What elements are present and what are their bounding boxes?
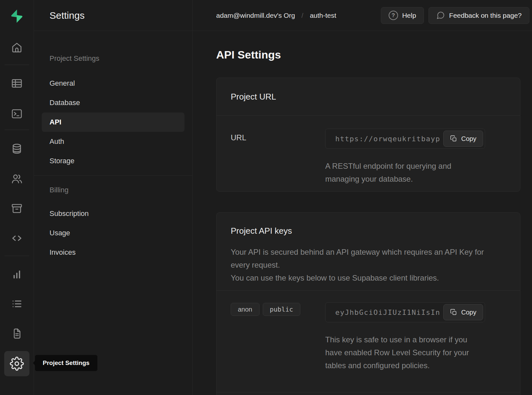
- api-keys-intro: Your API is secured behind an API gatewa…: [231, 246, 496, 284]
- reports-icon[interactable]: [10, 267, 24, 281]
- app-window: Settings Project Settings General Databa…: [0, 0, 532, 395]
- project-url-value: https://orwqeukritbayp: [335, 135, 440, 143]
- api-settings-page: API Settings Project URL URL https://orw…: [193, 31, 532, 395]
- help-button-label: Help: [402, 12, 416, 19]
- copy-icon: [450, 135, 457, 142]
- breadcrumb-separator: /: [302, 12, 304, 19]
- sidebar-item-api[interactable]: API: [42, 112, 184, 132]
- sidebar-item-storage[interactable]: Storage: [42, 151, 184, 171]
- url-row-value: https://orwqeukritbayp Copy A RESTful en…: [325, 129, 485, 186]
- edge-functions-icon[interactable]: [10, 231, 24, 245]
- rail-divider: [5, 130, 29, 130]
- url-row: URL https://orwqeukritbayp Copy: [216, 116, 520, 191]
- public-badge: public: [263, 303, 300, 316]
- sql-editor-icon[interactable]: [10, 107, 24, 121]
- api-keys-card-title: Project API keys: [231, 226, 506, 236]
- next-key-section: [216, 392, 520, 395]
- rail-divider: [5, 65, 29, 65]
- anon-key-row: anon public eyJhbGciOiJIUzI1NiIsIn: [216, 291, 520, 392]
- sidebar-title: Settings: [50, 10, 84, 21]
- anon-badge: anon: [231, 303, 260, 316]
- copy-anon-key-button[interactable]: Copy: [443, 304, 483, 320]
- sidebar-header: Settings: [34, 0, 192, 31]
- anon-key-value: eyJhbGciOiJIUzI1NiIsIn: [335, 308, 440, 316]
- feedback-button[interactable]: Feedback on this page?: [428, 7, 529, 24]
- project-url-field[interactable]: https://orwqeukritbayp Copy: [325, 129, 485, 149]
- project-url-card-title: Project URL: [231, 91, 506, 102]
- sidebar-item-general[interactable]: General: [42, 74, 184, 93]
- sidebar-item-invoices[interactable]: Invoices: [42, 243, 184, 262]
- nav-list-billing: Subscription Usage Invoices: [42, 204, 184, 262]
- url-description: A RESTful endpoint for querying and mana…: [325, 160, 477, 186]
- breadcrumb-org[interactable]: adam@windmill.dev's Org: [216, 12, 295, 19]
- speech-bubble-icon: [436, 11, 445, 20]
- sidebar-item-database[interactable]: Database: [42, 93, 184, 112]
- api-keys-intro-line2: You can use the keys below to use Supaba…: [231, 272, 496, 284]
- anon-key-field[interactable]: eyJhbGciOiJIUzI1NiIsIn Copy: [325, 302, 485, 322]
- copy-anon-key-label: Copy: [461, 309, 476, 316]
- project-url-card-header: Project URL: [216, 78, 520, 116]
- storage-icon[interactable]: [10, 201, 24, 216]
- url-row-left: URL: [231, 129, 325, 186]
- help-question-icon: ?: [389, 11, 398, 20]
- rail-divider: [5, 256, 29, 256]
- anon-key-description: This key is safe to use in a browser if …: [325, 333, 485, 372]
- logs-icon[interactable]: [10, 297, 24, 311]
- api-keys-intro-line1: Your API is secured behind an API gatewa…: [231, 246, 496, 272]
- project-url-card: Project URL URL https://orwqeukritbayp: [216, 78, 520, 192]
- section-heading-billing: Billing: [42, 185, 184, 195]
- breadcrumb-project[interactable]: auth-test: [310, 12, 336, 19]
- home-icon[interactable]: [10, 40, 24, 55]
- sidebar-item-auth[interactable]: Auth: [42, 132, 184, 151]
- page-title: API Settings: [216, 48, 532, 61]
- table-editor-icon[interactable]: [10, 76, 24, 91]
- api-keys-card-header: Project API keys Your API is secured beh…: [216, 213, 520, 291]
- nav-list-project-settings: General Database API Auth Storage: [42, 74, 184, 171]
- top-header: adam@windmill.dev's Org / auth-test ? He…: [193, 0, 532, 31]
- section-heading-project-settings: Project Settings: [42, 54, 184, 63]
- copy-url-label: Copy: [461, 135, 476, 143]
- supabase-logo-icon[interactable]: [9, 8, 25, 24]
- icon-rail: [0, 0, 34, 395]
- help-button[interactable]: ? Help: [381, 7, 424, 24]
- header-buttons: ? Help Feedback on this page?: [381, 7, 529, 24]
- anon-key-value-col: eyJhbGciOiJIUzI1NiIsIn Copy This key is …: [325, 302, 485, 372]
- project-api-keys-card: Project API keys Your API is secured beh…: [216, 212, 520, 395]
- url-label: URL: [231, 129, 325, 142]
- copy-url-button[interactable]: Copy: [443, 131, 483, 147]
- anon-key-badges-col: anon public: [231, 302, 325, 372]
- sidebar-item-subscription[interactable]: Subscription: [42, 204, 184, 223]
- settings-sidebar: Settings Project Settings General Databa…: [34, 0, 193, 395]
- sidebar-nav: Project Settings General Database API Au…: [34, 31, 192, 262]
- copy-icon: [450, 309, 457, 316]
- feedback-button-label: Feedback on this page?: [449, 12, 522, 19]
- sidebar-section-divider: [34, 175, 192, 176]
- project-settings-gear-icon[interactable]: [4, 351, 29, 376]
- database-icon[interactable]: [10, 142, 24, 156]
- key-badges: anon public: [231, 302, 325, 316]
- sidebar-item-usage[interactable]: Usage: [42, 223, 184, 243]
- docs-icon[interactable]: [10, 326, 24, 341]
- main-area: adam@windmill.dev's Org / auth-test ? He…: [193, 0, 532, 395]
- auth-users-icon[interactable]: [10, 172, 24, 186]
- project-settings-tooltip: Project Settings: [35, 355, 97, 371]
